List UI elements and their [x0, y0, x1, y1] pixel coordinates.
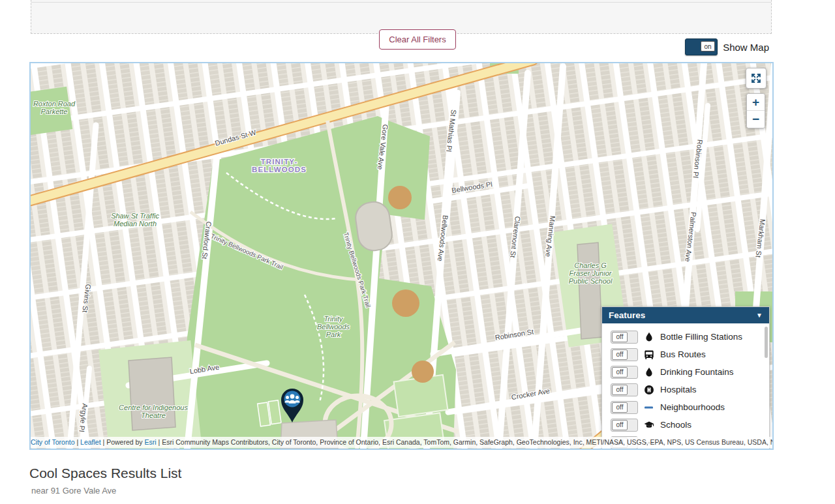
- results-subtitle: near 91 Gore Vale Ave: [31, 486, 116, 496]
- features-panel-body: offBottle Filling StationsoffBus Routeso…: [602, 323, 769, 450]
- feature-label: Hospitals: [660, 385, 697, 394]
- school-building: [577, 243, 602, 339]
- fullscreen-button[interactable]: [746, 68, 767, 89]
- zoom-out-button[interactable]: −: [747, 111, 765, 128]
- theatre-building: [129, 357, 175, 430]
- school-icon: [644, 420, 654, 430]
- zoom-control: + −: [746, 93, 765, 128]
- esri-link[interactable]: Esri: [145, 438, 157, 446]
- show-map-toggle[interactable]: on: [685, 38, 718, 55]
- hospital-icon: [644, 385, 654, 395]
- features-scrollbar[interactable]: [765, 327, 768, 358]
- feature-toggle-state: off: [612, 367, 628, 378]
- feature-label: Drinking Fountains: [660, 367, 734, 377]
- leaflet-link[interactable]: Leaflet: [80, 438, 101, 446]
- feature-row: offHospitals: [602, 381, 769, 398]
- map-label: Shaw St TrafficMedian North: [111, 212, 159, 228]
- feature-label: Schools: [660, 420, 691, 430]
- feature-toggle-state: off: [612, 385, 628, 395]
- bus-icon: [644, 349, 654, 360]
- feature-toggle-state: off: [612, 420, 628, 430]
- feature-toggle[interactable]: off: [611, 348, 638, 361]
- droplet-icon: [644, 332, 654, 342]
- zoom-in-button[interactable]: +: [747, 94, 765, 111]
- clear-all-filters-button[interactable]: Clear All Filters: [379, 29, 455, 50]
- show-map-row: on Show Map: [685, 38, 769, 55]
- city-of-toronto-link[interactable]: City of Toronto: [31, 438, 75, 446]
- feature-row: offSchools: [602, 416, 769, 434]
- attribution-powered-by: | Powered by: [101, 438, 145, 446]
- feature-toggle[interactable]: off: [611, 366, 638, 379]
- map-attribution: City of Toronto | Leaflet | Powered by E…: [31, 437, 772, 448]
- feature-toggle-state: off: [612, 332, 628, 342]
- map-label: Charles GFraser JuniorPublic School: [569, 261, 613, 285]
- baseball-diamond: [392, 289, 419, 317]
- feature-toggle[interactable]: off: [611, 331, 638, 344]
- page: Clear All Filters on Show Map: [0, 0, 835, 504]
- line-icon: [644, 402, 654, 413]
- show-map-label: Show Map: [723, 42, 769, 53]
- chevron-down-icon: ▼: [756, 312, 763, 319]
- filter-divider: [31, 2, 771, 3]
- features-panel-header[interactable]: Features ▼: [602, 307, 769, 323]
- feature-row: offDrinking Fountains: [602, 363, 769, 381]
- feature-label: Bus Routes: [660, 349, 706, 359]
- fullscreen-icon: [751, 73, 761, 83]
- feature-row: offBottle Filling Stations: [602, 328, 769, 346]
- results-title: Cool Spaces Results List: [29, 466, 181, 481]
- droplet-icon: [644, 367, 654, 378]
- feature-toggle-state: off: [612, 349, 628, 360]
- feature-row: offBus Routes: [602, 346, 769, 363]
- baseball-diamond: [412, 361, 434, 383]
- attribution-separator: |: [75, 438, 81, 446]
- baseball-diamond: [388, 186, 412, 209]
- features-panel: Features ▼ offBottle Filling Stationsoff…: [601, 306, 770, 450]
- attribution-contributors: | Esri Community Maps Contributors, City…: [157, 438, 772, 446]
- feature-label: Neighbourhoods: [660, 402, 725, 412]
- feature-toggle[interactable]: off: [611, 383, 638, 396]
- feature-row: offNeighbourhoods: [602, 398, 769, 416]
- features-panel-title: Features: [609, 310, 645, 320]
- feature-toggle[interactable]: off: [611, 419, 638, 432]
- feature-toggle-state: off: [612, 402, 628, 413]
- show-map-toggle-state: on: [701, 41, 715, 52]
- map[interactable]: Dundas St WGore Vale AveSt Mathias PlBel…: [29, 62, 774, 450]
- feature-toggle[interactable]: off: [611, 401, 638, 414]
- feature-label: Bottle Filling Stations: [660, 332, 742, 342]
